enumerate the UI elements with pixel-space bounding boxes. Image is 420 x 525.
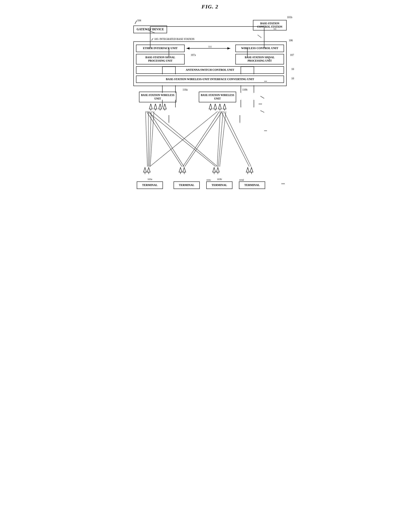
terminal-c-box: TERMINAL	[206, 181, 232, 189]
ref-110b: 110b	[242, 88, 247, 91]
svg-marker-46	[219, 104, 221, 109]
signal-lines-area: 103a TERMINAL TERMINAL 103b TERMINAL 103…	[134, 111, 286, 189]
antenna-icon	[158, 104, 162, 111]
inner-top-row: ETHER INTERFACE UNIT 111	[136, 45, 284, 52]
base-control-box: BASE-STATION CONTROL STATION	[253, 20, 286, 30]
antenna-switch-box: ANTENNA SWITCH CONTROL UNIT	[136, 66, 284, 74]
svg-line-56	[147, 112, 216, 167]
terminal-a-box: TERMINAL	[137, 181, 163, 189]
connection-arrow-111: 111	[185, 45, 235, 52]
svg-marker-69	[147, 168, 150, 172]
signal-unit-b-box: BASE-STATION SIGNAL PROCESSING UNIT	[235, 54, 284, 65]
wireless-unit-a-box: BASE-STATION WIRELESS UNIT	[139, 92, 176, 102]
ref-109: 109	[291, 77, 294, 80]
svg-marker-42	[209, 104, 212, 109]
diagram-container: ...	[134, 15, 286, 189]
terminal-b-group: TERMINAL	[173, 181, 200, 189]
ref-106: 106	[289, 39, 293, 42]
gateway-device-box: GATEWAY DEVICE	[134, 26, 167, 33]
antenna-icon	[163, 104, 167, 111]
wireless-unit-a-antennas	[139, 104, 176, 111]
svg-line-65	[224, 112, 251, 167]
wireless-unit-b-box: BASE-STATION WIRELESS UNIT	[199, 92, 236, 102]
svg-marker-36	[154, 104, 157, 109]
wireless-units-row: 110a BASE-STATION WIRELESS UNIT 110b BAS…	[134, 92, 286, 110]
svg-marker-71	[179, 168, 182, 172]
svg-marker-77	[216, 168, 219, 172]
terminal-a-group: 103a TERMINAL	[137, 178, 163, 189]
svg-marker-38	[159, 104, 162, 109]
svg-line-64	[221, 112, 249, 167]
svg-line-55	[149, 112, 184, 167]
svg-line-61	[217, 112, 220, 167]
svg-marker-81	[250, 168, 253, 172]
wireless-unit-b-group: 110b BASE-STATION WIRELESS UNIT	[199, 92, 236, 110]
svg-marker-48	[223, 104, 226, 109]
wireless-control-box: WIRELESS CONTROL UNIT	[235, 45, 284, 52]
ref-103a: 103a	[147, 178, 152, 181]
signal-unit-a-box: BASE-STATION SIGNAL PROCESSING UNIT	[136, 54, 185, 65]
terminal-dots: ...	[281, 180, 285, 185]
ref-107a: 107a	[191, 54, 196, 56]
ref-104: 104	[137, 19, 141, 22]
svg-text:111: 111	[208, 45, 212, 48]
terminal-d-group: TERMINAL	[239, 181, 265, 189]
antenna-icon	[218, 104, 222, 111]
antenna-icon	[223, 104, 226, 111]
integrated-label-ref: 105: INTEGRATED BASE STATION	[152, 38, 286, 41]
svg-marker-44	[214, 104, 217, 109]
svg-line-60	[185, 112, 222, 167]
svg-marker-67	[143, 168, 146, 172]
svg-line-54	[146, 112, 182, 167]
svg-line-59	[183, 112, 219, 167]
ref-103c: 103c	[206, 178, 211, 181]
signal-row: 107a BASE-STATION SIGNAL PROCESSING UNIT…	[136, 54, 284, 65]
ref-101b: 101b	[287, 16, 292, 19]
svg-marker-79	[246, 168, 249, 172]
ref-105: 105: INTEGRATED BASE STATION	[154, 38, 194, 40]
svg-marker-73	[183, 168, 186, 172]
terminal-b-box: TERMINAL	[173, 181, 200, 189]
svg-line-57	[152, 112, 218, 167]
ref-110a: 110a	[182, 88, 188, 91]
signal-lines-svg	[134, 111, 286, 189]
ref-107b: 107b	[290, 54, 294, 56]
svg-marker-40	[163, 104, 166, 109]
antenna-icon	[153, 104, 157, 111]
ether-interface-box: ETHER INTERFACE UNIT	[136, 45, 185, 52]
antenna-icon	[149, 104, 153, 111]
wireless-unit-a-group: 110a BASE-STATION WIRELESS UNIT	[139, 92, 176, 110]
ref-103d: 103d	[239, 178, 244, 181]
integrated-station-box: 106 ETHER INTERFACE UNIT	[134, 41, 286, 86]
figure-title: FIG. 2	[134, 4, 286, 10]
antenna-icon	[213, 104, 217, 111]
svg-line-58	[150, 112, 218, 167]
wireless-interface-box: BASE-STATION WIRELESS-UNIT INTERFACE CON…	[136, 76, 284, 83]
wireless-unit-b-antennas	[199, 104, 236, 111]
ref-103b: 103b	[217, 178, 222, 181]
wireless-units-dots: ...	[258, 100, 262, 105]
svg-marker-75	[213, 168, 216, 172]
terminal-d-box: TERMINAL	[239, 181, 265, 189]
antenna-icon	[209, 104, 212, 111]
svg-line-50	[145, 112, 147, 167]
svg-marker-34	[149, 104, 152, 109]
ref-108: 108	[291, 68, 294, 71]
